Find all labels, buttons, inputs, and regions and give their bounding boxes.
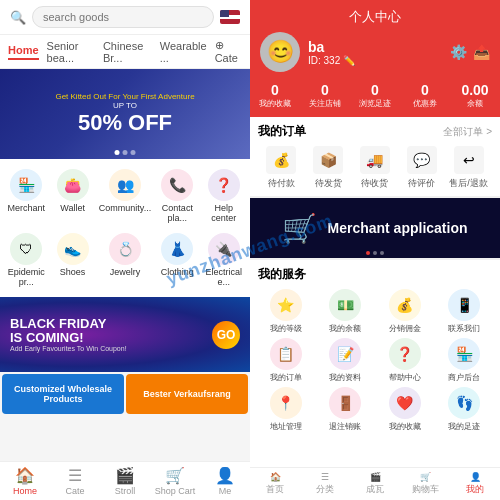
icon-label-7: Jewelry	[110, 267, 141, 277]
tab-senior[interactable]: Senior bea...	[47, 40, 95, 64]
bottom-nav-left-item-4[interactable]: 👤Me	[200, 462, 250, 500]
service-label-7: 商户后台	[448, 372, 480, 383]
service-item-7[interactable]: 🏪商户后台	[437, 338, 493, 383]
service-item-3[interactable]: 📱联系我们	[437, 289, 493, 334]
icon-circle-0: 🏪	[10, 169, 42, 201]
promo-card-wholesale[interactable]: Customized Wholesale Products	[2, 374, 124, 414]
order-icon-label-3: 待评价	[408, 177, 435, 190]
order-icon-box-4: ↩	[454, 146, 484, 174]
order-icon-box-3: 💬	[407, 146, 437, 174]
bottom-nav-right-item-3[interactable]: 🛒购物车	[400, 468, 450, 500]
tab-cate[interactable]: ⊕ Cate	[215, 39, 242, 64]
service-icon-4: 📋	[270, 338, 302, 370]
icon-grid-item-4[interactable]: ❓Help center	[202, 165, 246, 227]
stat-item-3: 0优惠券	[400, 82, 450, 109]
order-icon-item-3[interactable]: 💬待评价	[398, 146, 445, 190]
service-item-5[interactable]: 📝我的资料	[318, 338, 374, 383]
service-item-9[interactable]: 🚪退注销账	[318, 387, 374, 432]
bottom-nav-left-item-1[interactable]: ☰Cate	[50, 462, 100, 500]
service-item-11[interactable]: 👣我的足迹	[437, 387, 493, 432]
bottom-nav-right-item-1[interactable]: ☰分类	[300, 468, 350, 500]
icon-circle-2: 👥	[109, 169, 141, 201]
stat-num-3: 0	[400, 82, 450, 98]
service-label-1: 我的余额	[329, 323, 361, 334]
bottom-nav-right-item-0[interactable]: 🏠首页	[250, 468, 300, 500]
tab-wearable[interactable]: Wearable ...	[160, 40, 207, 64]
banner-dot-1	[115, 150, 120, 155]
merchant-cart-icon: 🛒	[282, 212, 317, 245]
services-title: 我的服务	[258, 266, 492, 283]
right-panel: 个人中心 😊 ba ID: 332 ✏️ ⚙️ 📤 0我的收藏0关注店铺	[250, 0, 500, 500]
icon-grid-item-5[interactable]: 🛡Epidemic pr...	[4, 229, 48, 291]
order-icon-item-1[interactable]: 📦待发货	[305, 146, 352, 190]
order-icon-box-1: 📦	[313, 146, 343, 174]
bottom-nav-left-item-2[interactable]: 🎬Stroll	[100, 462, 150, 500]
icon-grid-item-0[interactable]: 🏪Merchant	[4, 165, 48, 227]
icon-label-3: Contact pla...	[157, 203, 197, 223]
merchant-dots	[366, 251, 384, 255]
bottom-nav-left-item-0[interactable]: 🏠Home	[0, 462, 50, 500]
service-icon-0: ⭐	[270, 289, 302, 321]
tab-chinese[interactable]: Chinese Br...	[103, 40, 152, 64]
icon-circle-6: 👟	[57, 233, 89, 265]
icon-grid-item-2[interactable]: 👥Community...	[97, 165, 153, 227]
bottom-nav-left-item-3[interactable]: 🛒Shop Cart	[150, 462, 200, 500]
service-item-6[interactable]: ❓帮助中心	[377, 338, 433, 383]
icon-grid-item-9[interactable]: 🔌Electrical e...	[202, 229, 246, 291]
service-item-1[interactable]: 💵我的余额	[318, 289, 374, 334]
bottom-nav-right-icon-1: ☰	[321, 472, 329, 482]
service-item-2[interactable]: 💰分销佣金	[377, 289, 433, 334]
icon-grid-item-8[interactable]: 👗Clothing	[155, 229, 199, 291]
icon-grid-item-6[interactable]: 👟Shoes	[50, 229, 94, 291]
nav-tabs: Home Senior bea... Chinese Br... Wearabl…	[0, 35, 250, 69]
bottom-nav-right: 🏠首页☰分类🎬成瓦🛒购物车👤我的	[250, 467, 500, 500]
promo-row: Customized Wholesale Products Bester Ver…	[0, 372, 250, 416]
bottom-nav-right-item-2[interactable]: 🎬成瓦	[350, 468, 400, 500]
order-icon-item-2[interactable]: 🚚待收货	[352, 146, 399, 190]
order-icon-label-2: 待收货	[361, 177, 388, 190]
bottom-nav-right-label-0: 首页	[266, 483, 284, 496]
main-banner[interactable]: Get Kitted Out For Your First Adventure …	[0, 69, 250, 159]
settings-icon[interactable]: ⚙️	[450, 44, 467, 60]
bottom-nav-right-label-2: 成瓦	[366, 483, 384, 496]
order-icon-box-2: 🚚	[360, 146, 390, 174]
promo-card-verkauf[interactable]: Bester Verkaufsrang	[126, 374, 248, 414]
stat-item-2: 0浏览足迹	[350, 82, 400, 109]
stat-item-0: 0我的收藏	[250, 82, 300, 109]
tab-home[interactable]: Home	[8, 44, 39, 60]
service-icon-2: 💰	[389, 289, 421, 321]
icon-grid-item-3[interactable]: 📞Contact pla...	[155, 165, 199, 227]
flag-icon	[220, 10, 240, 24]
service-item-0[interactable]: ⭐我的等级	[258, 289, 314, 334]
profile-icons: ⚙️ 📤	[450, 44, 490, 60]
service-item-4[interactable]: 📋我的订单	[258, 338, 314, 383]
icon-label-0: Merchant	[7, 203, 45, 213]
banner-dot-3	[131, 150, 136, 155]
icon-grid-item-7[interactable]: 💍Jewelry	[97, 229, 153, 291]
merchant-dot-2	[373, 251, 377, 255]
bf-go-button[interactable]: GO	[212, 321, 240, 349]
services-section: 我的服务 ⭐我的等级💵我的余额💰分销佣金📱联系我们📋我的订单📝我的资料❓帮助中心…	[250, 260, 500, 467]
order-icon-item-4[interactable]: ↩售后/退款	[445, 146, 492, 190]
stat-label-3: 优惠券	[400, 98, 450, 109]
service-item-10[interactable]: ❤️我的收藏	[377, 387, 433, 432]
bottom-nav-right-item-4[interactable]: 👤我的	[450, 468, 500, 500]
orders-all-link[interactable]: 全部订单 >	[443, 125, 492, 139]
icon-label-2: Community...	[99, 203, 151, 213]
profile-info: ba ID: 332 ✏️	[308, 39, 442, 66]
bottom-nav-left-icon-3: 🛒	[165, 466, 185, 485]
black-friday-banner[interactable]: BLACK FRIDAYIS COMING! Add Early Favouri…	[0, 297, 250, 372]
search-input[interactable]	[32, 6, 214, 28]
order-icons-row: 💰待付款📦待发货🚚待收货💬待评价↩售后/退款	[258, 146, 492, 190]
service-label-10: 我的收藏	[389, 421, 421, 432]
share-icon[interactable]: 📤	[473, 44, 490, 60]
order-icon-item-0[interactable]: 💰待付款	[258, 146, 305, 190]
service-item-8[interactable]: 📍地址管理	[258, 387, 314, 432]
icon-grid-item-1[interactable]: 👛Wallet	[50, 165, 94, 227]
icon-label-5: Epidemic pr...	[6, 267, 46, 287]
merchant-banner[interactable]: 🛒 Merchant application	[250, 198, 500, 258]
service-label-8: 地址管理	[270, 421, 302, 432]
profile-name: ba	[308, 39, 442, 55]
service-label-11: 我的足迹	[448, 421, 480, 432]
bottom-nav-left-label-3: Shop Cart	[155, 486, 196, 496]
